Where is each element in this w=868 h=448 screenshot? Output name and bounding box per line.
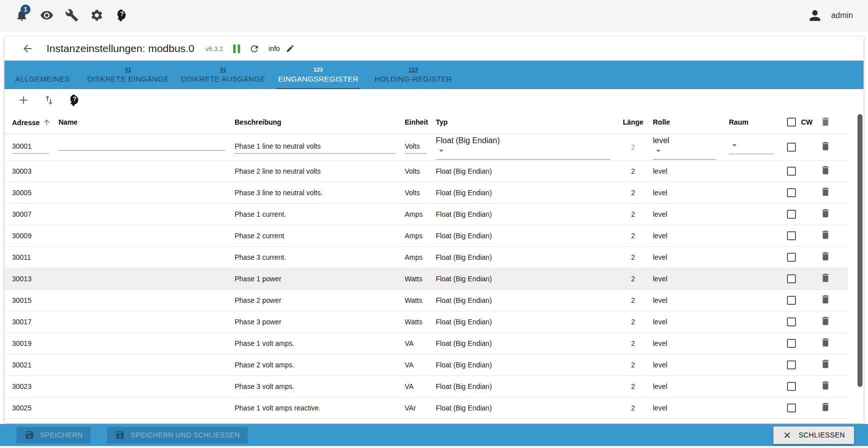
delete-row-icon[interactable] <box>820 251 831 262</box>
column-header-typ[interactable]: Typ <box>434 111 618 134</box>
beschreibung-field[interactable]: Phase 1 volt amps reactive. <box>235 404 321 412</box>
close-button[interactable]: SCHLIESSEN <box>773 426 854 444</box>
column-header-rolle[interactable]: Rolle <box>647 111 723 134</box>
delete-row-icon[interactable] <box>820 272 831 283</box>
cw-checkbox[interactable] <box>787 167 796 176</box>
adresse-field[interactable]: 30013 <box>12 275 32 283</box>
tab-eingangsregister[interactable]: 123 EINGANGSREGISTER <box>271 61 366 89</box>
cw-checkbox[interactable] <box>787 296 796 305</box>
einheit-field[interactable]: Volts <box>405 189 420 197</box>
beschreibung-field[interactable]: Phase 2 current <box>235 232 284 240</box>
table-row[interactable]: 30017 Phase 3 power Watts Float (Big End… <box>5 311 848 332</box>
raum-select[interactable] <box>729 138 773 154</box>
back-arrow-icon[interactable] <box>22 43 34 55</box>
typ-select[interactable]: Float (Big Endian) <box>436 361 492 369</box>
einheit-field[interactable]: VA <box>405 339 414 347</box>
delete-row-icon[interactable] <box>820 315 831 326</box>
info-link[interactable]: info <box>269 45 280 53</box>
delete-row-icon[interactable] <box>820 141 831 152</box>
typ-select[interactable]: Float (Big Endian) <box>436 210 492 218</box>
rolle-select[interactable]: level <box>653 253 667 261</box>
adresse-field[interactable]: 30015 <box>12 296 32 304</box>
rolle-select[interactable]: level <box>653 167 667 175</box>
table-row[interactable]: 30009 Phase 2 current Amps Float (Big En… <box>5 225 848 246</box>
column-header-laenge[interactable]: Länge <box>618 111 647 134</box>
cw-checkbox[interactable] <box>787 143 796 152</box>
save-and-close-button[interactable]: SPEICHERN UND SCHLIESSEN <box>107 427 248 443</box>
adresse-field[interactable]: 30021 <box>12 361 32 369</box>
adresse-field[interactable]: 30019 <box>12 339 32 347</box>
rolle-select[interactable]: level <box>653 404 667 412</box>
rolle-select[interactable]: level <box>653 189 667 197</box>
adresse-field[interactable]: 30023 <box>12 382 32 390</box>
einheit-field[interactable]: Amps <box>405 253 423 261</box>
beschreibung-field[interactable]: Phase 3 current. <box>235 253 286 261</box>
beschreibung-field[interactable]: Phase 1 power <box>235 275 281 283</box>
delete-row-icon[interactable] <box>820 186 831 197</box>
einheit-field[interactable]: Volts <box>405 141 426 154</box>
adresse-field[interactable]: 30009 <box>12 232 32 240</box>
einheit-field[interactable]: VA <box>405 382 414 390</box>
delete-row-icon[interactable] <box>820 165 831 176</box>
typ-select[interactable]: Float (Big Endian) <box>436 253 492 261</box>
wrench-icon[interactable] <box>65 9 79 22</box>
einheit-field[interactable]: VAr <box>405 404 416 412</box>
cw-checkbox[interactable] <box>787 360 796 369</box>
typ-select[interactable]: Float (Big Endian) <box>436 189 492 197</box>
table-row[interactable]: 30001 Phase 1 line to neutral volts Volt… <box>5 134 848 160</box>
cw-checkbox[interactable] <box>787 403 796 412</box>
adresse-field[interactable]: 30005 <box>12 189 32 197</box>
table-row[interactable]: 30003 Phase 2 line to neutral volts Volt… <box>5 160 848 182</box>
table-row[interactable]: 30005 Phase 3 line to neutral volts. Vol… <box>5 182 848 203</box>
typ-select[interactable]: Float (Big Endian) <box>436 382 492 390</box>
einheit-field[interactable]: VA <box>405 361 414 369</box>
adresse-field[interactable]: 30025 <box>12 404 32 412</box>
visibility-icon[interactable] <box>40 9 54 22</box>
adresse-field[interactable]: 30007 <box>12 210 32 218</box>
table-row[interactable]: 30021 Phase 2 volt amps. VA Float (Big E… <box>5 354 848 375</box>
delete-row-icon[interactable] <box>820 401 831 412</box>
rolle-select[interactable]: level <box>653 210 667 218</box>
delete-row-icon[interactable] <box>820 294 831 305</box>
adresse-field[interactable]: 30003 <box>12 167 32 175</box>
tab-allgemeines[interactable]: ALLGEMEINES <box>5 61 81 89</box>
rolle-select[interactable]: level <box>653 339 667 347</box>
tab-diskrete-ausg-nge[interactable]: 01 DISKRETE AUSGÄNGE <box>176 61 271 89</box>
cw-checkbox[interactable] <box>787 339 796 348</box>
typ-select[interactable]: Float (Big Endian) <box>436 318 492 326</box>
beschreibung-field[interactable]: Phase 1 current. <box>235 210 286 218</box>
rolle-select[interactable]: level <box>653 275 667 283</box>
einheit-field[interactable]: Watts <box>405 275 422 283</box>
table-row[interactable]: 30007 Phase 1 current. Amps Float (Big E… <box>5 203 848 225</box>
cw-checkbox[interactable] <box>787 253 796 262</box>
notifications-button[interactable]: 1 <box>15 9 29 22</box>
cw-checkbox[interactable] <box>787 382 796 391</box>
rolle-select[interactable]: level <box>653 296 667 304</box>
einheit-field[interactable]: Watts <box>405 318 422 326</box>
settings-icon[interactable] <box>90 9 104 22</box>
typ-select[interactable]: Float (Big Endian) <box>436 232 492 240</box>
tab-holding-register[interactable]: 123 HOLDING-REGISTER <box>366 61 461 89</box>
column-header-name[interactable]: Name <box>57 111 233 134</box>
table-row[interactable]: 30019 Phase 1 volt amps. VA Float (Big E… <box>5 332 848 354</box>
rolle-select[interactable]: level <box>653 232 667 240</box>
beschreibung-field[interactable]: Phase 3 power <box>235 318 281 326</box>
rolle-select[interactable]: level <box>653 382 667 390</box>
select-all-cw-checkbox[interactable] <box>787 118 796 127</box>
column-header-beschreibung[interactable]: Beschreibung <box>233 111 403 134</box>
delete-row-icon[interactable] <box>820 208 831 219</box>
pause-instance-button[interactable] <box>233 45 240 53</box>
einheit-field[interactable]: Watts <box>405 296 422 304</box>
cw-checkbox[interactable] <box>787 231 796 240</box>
typ-select[interactable]: Float (Big Endian) <box>436 339 492 347</box>
typ-select[interactable]: Float (Big Endian) <box>436 167 492 175</box>
einheit-field[interactable]: Volts <box>405 167 420 175</box>
table-row[interactable]: 30011 Phase 3 current. Amps Float (Big E… <box>5 246 848 268</box>
beschreibung-field[interactable]: Phase 1 volt amps. <box>235 339 294 347</box>
table-row[interactable]: 30013 Phase 1 power Watts Float (Big End… <box>5 268 848 289</box>
typ-select[interactable]: Float (Big Endian) <box>436 404 492 412</box>
delete-all-icon[interactable] <box>820 116 831 127</box>
beschreibung-field[interactable]: Phase 2 power <box>235 296 281 304</box>
cw-checkbox[interactable] <box>787 274 796 283</box>
adresse-field[interactable]: 30017 <box>12 318 32 326</box>
